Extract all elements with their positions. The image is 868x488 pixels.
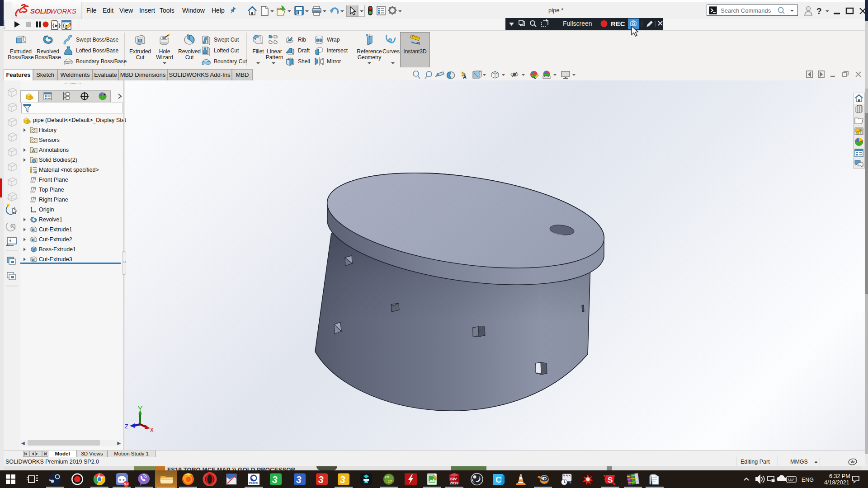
svg-text:ENG: ENG: [802, 477, 814, 483]
svg-text:2019: 2019: [450, 481, 458, 485]
svg-text:WORKS: WORKS: [50, 7, 76, 15]
svg-text:Z: Z: [125, 423, 128, 430]
svg-text:C: C: [495, 475, 502, 484]
svg-text:4/18/2021: 4/18/2021: [824, 479, 849, 486]
svg-text:{►}: {►}: [52, 23, 61, 28]
svg-text:SOLID: SOLID: [30, 7, 51, 15]
svg-text:X: X: [150, 427, 154, 434]
svg-text:?: ?: [816, 6, 822, 16]
svg-text:A: A: [32, 148, 35, 153]
svg-text:Fullscreen: Fullscreen: [563, 20, 592, 27]
svg-text:REC: REC: [611, 20, 625, 28]
svg-text:19: 19: [385, 475, 389, 479]
svg-text:S: S: [608, 476, 613, 484]
svg-text:17: 17: [388, 479, 392, 483]
svg-text:trocen: trocen: [249, 481, 258, 484]
svg-text:9+: 9+: [124, 482, 128, 486]
svg-text:6:32 PM: 6:32 PM: [829, 473, 850, 479]
svg-text:A: A: [463, 74, 467, 80]
